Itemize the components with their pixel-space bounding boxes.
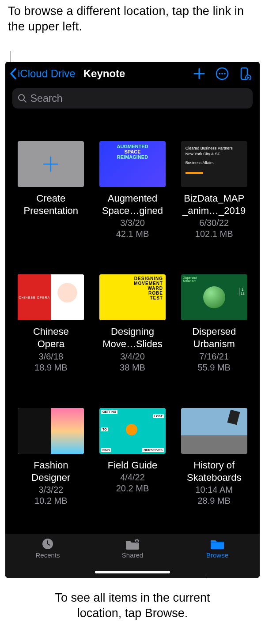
search-icon: [18, 94, 27, 103]
file-tile[interactable]: FashionDesigner 3/3/22 10.2 MB: [16, 408, 86, 506]
search-field[interactable]: [12, 88, 253, 109]
callout-bottom: To see all items in the current location…: [0, 590, 265, 621]
tile-name: ChineseOpera: [33, 326, 69, 350]
folder-icon: [209, 537, 225, 550]
file-tile[interactable]: Cleared Business Partners New York City …: [179, 141, 249, 239]
tile-name: BizData_MAP_anim…_2019: [182, 192, 246, 217]
tile-size: 20.2 MB: [116, 483, 149, 494]
ellipsis-circle-icon: [216, 67, 229, 80]
more-button[interactable]: [212, 64, 232, 84]
file-tile[interactable]: DispersedUrbanism 1 13 DispersedUrbanism…: [179, 274, 249, 372]
clock-icon: [40, 537, 55, 550]
file-thumbnail: DispersedUrbanism 1 13: [181, 274, 247, 320]
tile-size: 42.1 MB: [116, 229, 149, 239]
phone-play-icon: [238, 67, 252, 80]
remote-button[interactable]: [235, 64, 255, 84]
svg-point-1: [219, 73, 220, 75]
home-indicator[interactable]: [95, 571, 170, 573]
back-button[interactable]: iCloud Drive: [10, 67, 76, 80]
tab-label: Recents: [35, 551, 60, 559]
tile-name: Create Presentation: [24, 192, 79, 217]
plus-icon: [193, 67, 205, 80]
tile-size: 38 MB: [120, 363, 145, 373]
tile-date: 3/3/22: [39, 485, 64, 495]
create-thumbnail: [18, 141, 84, 187]
tile-date: 6/30/22: [199, 218, 229, 228]
tab-browse[interactable]: Browse: [191, 537, 244, 578]
tab-label: Shared: [122, 551, 143, 559]
tile-date: 7/16/21: [199, 352, 229, 362]
file-tile[interactable]: GETTING LOST TO FIND OURSELVES Field Gui…: [98, 408, 168, 506]
search-bar: [5, 86, 260, 110]
tile-name: Field Guide: [108, 459, 158, 472]
tile-name: DispersedUrbanism: [192, 326, 236, 350]
tile-size: 10.2 MB: [34, 496, 67, 506]
file-thumbnail: Cleared Business Partners New York City …: [181, 141, 247, 187]
file-thumbnail: CHINESE OPERA: [18, 274, 84, 320]
search-input[interactable]: [30, 93, 247, 105]
file-tile[interactable]: CHINESE OPERA ChineseOpera 3/6/18 18.9 M…: [16, 274, 86, 372]
tile-date: 3/6/18: [39, 352, 64, 362]
nav-title: Keynote: [83, 67, 125, 80]
svg-point-3: [224, 73, 226, 75]
tile-name: FashionDesigner: [31, 459, 70, 484]
chevron-left-icon: [10, 68, 17, 79]
phone-screen: iCloud Drive Keynote Create Presentation: [5, 62, 260, 578]
tile-date: 10:14 AM: [195, 485, 233, 495]
navigation-bar: iCloud Drive Keynote: [5, 62, 260, 86]
tile-date: 4/4/22: [120, 472, 145, 483]
file-grid: Create Presentation AUGMENTED SPACE REIM…: [5, 110, 260, 506]
file-thumbnail: AUGMENTED SPACE REIMAGINED: [99, 141, 166, 187]
tile-date: 3/4/20: [120, 352, 145, 362]
tile-size: 55.9 MB: [197, 363, 230, 373]
create-presentation-tile[interactable]: Create Presentation: [16, 141, 86, 239]
tab-recents[interactable]: Recents: [21, 537, 74, 578]
tab-label: Browse: [206, 551, 228, 559]
file-tile[interactable]: History ofSkateboards 10:14 AM 28.9 MB: [179, 408, 249, 506]
callout-top: To browse a different location, tap the …: [0, 0, 265, 34]
tile-date: 3/3/20: [120, 218, 145, 228]
file-thumbnail: GETTING LOST TO FIND OURSELVES: [99, 408, 166, 454]
plus-icon: [40, 154, 61, 175]
tile-name: DesigningMove…Slides: [102, 326, 163, 350]
file-thumbnail: DESIGNING MOVEMENT WARD ROBE TEST: [99, 274, 166, 320]
file-thumbnail: [181, 408, 247, 454]
tile-size: 102.1 MB: [195, 229, 233, 239]
file-tile[interactable]: AUGMENTED SPACE REIMAGINED AugmentedSpac…: [98, 141, 168, 239]
tile-name: History ofSkateboards: [187, 459, 242, 484]
file-tile[interactable]: DESIGNING MOVEMENT WARD ROBE TEST Design…: [98, 274, 168, 372]
tab-bar: Recents Shared Browse: [5, 534, 260, 578]
tile-size: 18.9 MB: [34, 363, 67, 373]
shared-folder-icon: [125, 537, 140, 550]
tile-name: AugmentedSpace…gined: [102, 192, 163, 217]
file-thumbnail: [18, 408, 84, 454]
svg-point-2: [221, 73, 223, 75]
tile-size: 28.9 MB: [197, 496, 230, 506]
add-button[interactable]: [189, 64, 209, 84]
back-label: iCloud Drive: [18, 67, 76, 80]
